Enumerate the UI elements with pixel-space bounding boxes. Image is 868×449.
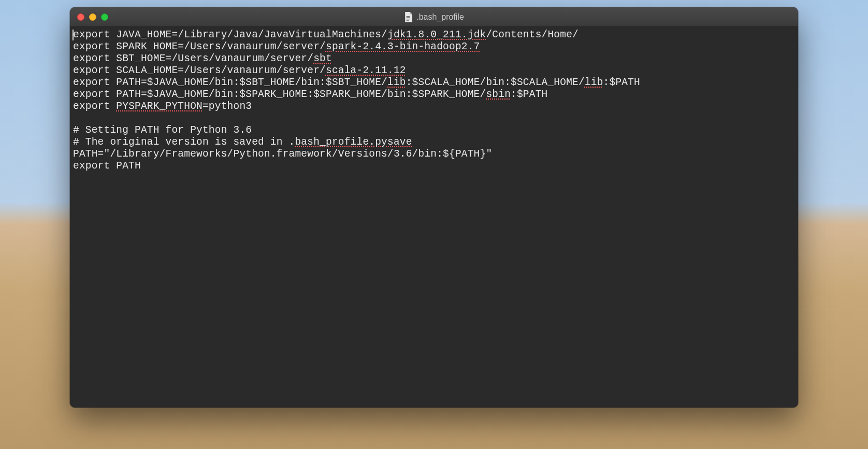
svg-rect-1 [407,17,410,18]
close-button[interactable] [77,13,84,21]
spell-underlined-text: lib [585,77,603,88]
editor-line[interactable]: export SPARK_HOME=/Users/vanaurum/server… [73,41,795,53]
spell-underlined-text: scala-2.11.12 [326,65,406,76]
editor-text: export JAVA_HOME=/Library/Java/JavaVirtu… [73,29,387,40]
editor-text: # Setting PATH for Python 3.6 [73,124,252,136]
window-title-wrap: .bash_profile [404,12,464,22]
editor-line[interactable]: export JAVA_HOME=/Library/Java/JavaVirtu… [73,29,795,41]
editor-text: PATH="/Library/Frameworks/Python.framewo… [73,148,492,160]
editor-text: export SCALA_HOME=/Users/vanaurum/server… [73,65,326,76]
spell-underlined-text: spark-2.4.3-bin-hadoop2.7 [326,41,480,52]
editor-text: # The original version is saved in . [73,136,295,148]
spell-underlined-text: lib [387,77,406,88]
editor-content[interactable]: export JAVA_HOME=/Library/Java/JavaVirtu… [70,27,798,408]
svg-rect-0 [407,16,410,17]
text-cursor [73,30,74,40]
editor-text: export PATH [73,160,141,172]
editor-text: /Contents/Home/ [486,29,578,40]
spell-underlined-text: bash_profile.pysave [295,136,412,148]
file-icon [404,12,412,22]
svg-rect-2 [407,19,410,19]
titlebar[interactable]: .bash_profile [70,7,798,27]
spell-underlined-text: jdk1.8.0_211.jdk [387,29,486,40]
editor-text: export SPARK_HOME=/Users/vanaurum/server… [73,41,326,52]
spell-underlined-text: sbin [486,89,511,100]
spell-underlined-text: PYSPARK_PYTHON [116,101,202,112]
spell-underlined-text: sbt [313,53,332,64]
editor-line[interactable]: export SBT_HOME=/Users/vanaurum/server/s… [73,53,795,65]
editor-text: export SBT_HOME=/Users/vanaurum/server/ [73,53,313,64]
editor-text: =python3 [202,101,252,112]
editor-text: :$PATH [603,77,640,88]
editor-line[interactable]: export PYSPARK_PYTHON=python3 [73,101,795,113]
editor-line[interactable]: # The original version is saved in .bash… [73,136,795,148]
editor-text: :$SCALA_HOME/bin:$SCALA_HOME/ [406,77,585,88]
editor-text: export PATH=$JAVA_HOME/bin:$SBT_HOME/bin… [73,77,387,88]
editor-line[interactable]: export PATH=$JAVA_HOME/bin:$SBT_HOME/bin… [73,77,795,89]
editor-line[interactable]: export PATH=$JAVA_HOME/bin:$SPARK_HOME:$… [73,89,795,101]
traffic-lights [70,13,108,21]
minimize-button[interactable] [89,13,96,21]
editor-text: :$PATH [511,89,547,100]
editor-text: export PATH=$JAVA_HOME/bin:$SPARK_HOME:$… [73,89,486,100]
maximize-button[interactable] [101,13,108,21]
editor-line[interactable]: export PATH [73,160,795,172]
editor-line[interactable]: # Setting PATH for Python 3.6 [73,124,795,136]
svg-rect-3 [407,20,409,20]
editor-text: export [73,101,116,112]
window-title: .bash_profile [416,12,464,22]
editor-line[interactable]: PATH="/Library/Frameworks/Python.framewo… [73,148,795,160]
editor-line[interactable]: export SCALA_HOME=/Users/vanaurum/server… [73,65,795,77]
editor-window: .bash_profile export JAVA_HOME=/Library/… [70,7,798,408]
editor-line[interactable] [73,113,795,124]
